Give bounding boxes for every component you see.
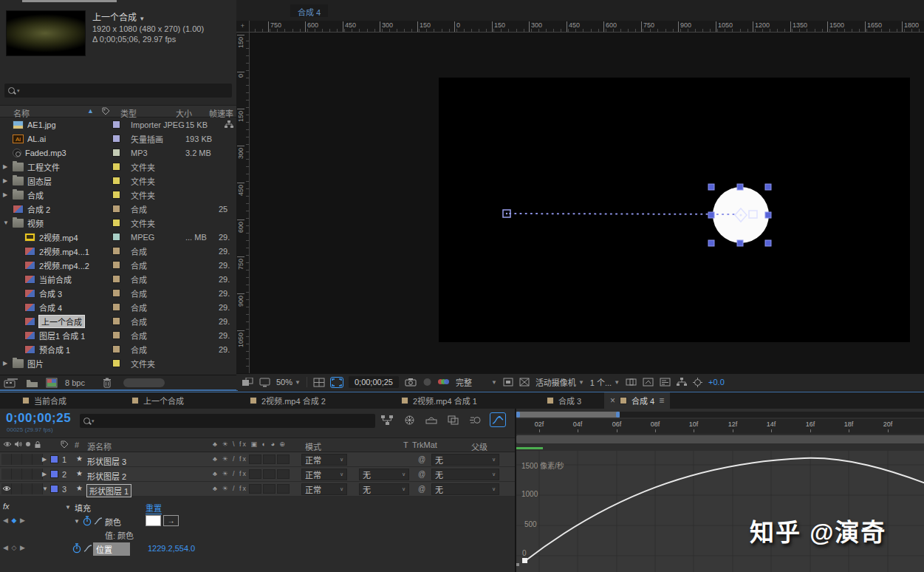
layer-eye-toggle-on[interactable] bbox=[1, 483, 12, 494]
trkmat-dropdown[interactable]: 无∨ bbox=[359, 483, 409, 495]
color-swatch[interactable] bbox=[146, 515, 161, 526]
always-preview-icon[interactable] bbox=[242, 378, 253, 387]
layer-audio-toggle[interactable] bbox=[12, 469, 22, 480]
project-row-2videomp4-comp2[interactable]: 2视频.mp4...2 合成 29. bbox=[0, 258, 236, 272]
label-color-swatch[interactable] bbox=[112, 317, 120, 325]
layer-row-3-selected[interactable]: ▼ 3 ★ 形状图层 1 ♣ ☀ / fx 正常∨ 无∨ @ 无∨ bbox=[0, 482, 515, 497]
color-expand-icon[interactable]: ▼ bbox=[74, 518, 80, 525]
flowchart-icon[interactable] bbox=[677, 378, 687, 387]
label-color-swatch[interactable] bbox=[112, 177, 120, 185]
layer-switch-icons[interactable]: ♣ ☀ / fx bbox=[213, 470, 247, 477]
layer-lock-toggle[interactable] bbox=[32, 454, 43, 465]
property-graph-icon[interactable] bbox=[83, 544, 92, 552]
layer-label-swatch[interactable] bbox=[50, 485, 58, 493]
position-property-row[interactable]: ◀ ◇ ▶ 位置 1229.2,554.0 bbox=[0, 542, 515, 556]
fast-previews-icon[interactable] bbox=[643, 378, 654, 387]
expand-arrow-icon[interactable]: ▶ bbox=[3, 360, 13, 367]
timeline-tab-comp4-active[interactable]: × 合成 4 ≡ bbox=[604, 392, 670, 409]
exposure-gear-icon[interactable] bbox=[693, 378, 702, 387]
grid-guides-icon[interactable] bbox=[313, 378, 325, 387]
viewer-timecode[interactable]: 0;00;00;25 bbox=[349, 376, 399, 388]
layer-name[interactable]: 形状图层 3 bbox=[87, 455, 126, 467]
label-color-swatch[interactable] bbox=[112, 359, 120, 367]
project-row-current-comp[interactable]: 当前合成 合成 29. bbox=[0, 272, 236, 286]
label-color-swatch[interactable] bbox=[112, 289, 120, 297]
blend-mode-dropdown[interactable]: 正常∨ bbox=[301, 483, 347, 495]
project-scrollbar[interactable] bbox=[123, 378, 165, 387]
fill-expand-icon[interactable]: ▼ bbox=[65, 504, 71, 511]
next-keyframe-icon[interactable]: ▶ bbox=[20, 517, 26, 524]
trash-icon[interactable] bbox=[103, 378, 112, 388]
composition-mini-flowchart-icon[interactable] bbox=[380, 413, 394, 426]
draft-3d-icon[interactable] bbox=[402, 413, 417, 426]
layer-audio-toggle[interactable] bbox=[12, 483, 22, 494]
magnification-dropdown[interactable]: 50%▼ bbox=[276, 378, 301, 387]
prev-keyframe-icon[interactable]: ◀ bbox=[3, 517, 9, 524]
graph-editor-icon[interactable] bbox=[490, 413, 505, 426]
label-color-swatch[interactable] bbox=[112, 149, 120, 157]
parent-dropdown[interactable]: 无∨ bbox=[431, 454, 499, 466]
layer-name[interactable]: 形状图层 2 bbox=[87, 470, 126, 482]
region-of-interest-icon[interactable] bbox=[331, 378, 343, 387]
project-row-fadedmp3[interactable]: Faded.mp3 MP3 3.2 MB bbox=[0, 146, 236, 160]
snapshot-camera-icon[interactable] bbox=[405, 378, 417, 387]
layer-label-swatch[interactable] bbox=[50, 470, 58, 478]
viewer-pasteboard[interactable] bbox=[250, 33, 924, 373]
project-search-box[interactable]: ▾ bbox=[4, 84, 232, 98]
parent-pickwhip-icon[interactable]: @ bbox=[418, 470, 425, 478]
column-trkmat[interactable]: TrkMat bbox=[412, 440, 437, 449]
active-camera-dropdown[interactable]: 活动摄像机▼ bbox=[535, 376, 584, 388]
layer-label-swatch[interactable] bbox=[50, 455, 58, 463]
label-color-swatch[interactable] bbox=[112, 219, 120, 227]
caret-down-icon[interactable]: ▼ bbox=[139, 16, 145, 22]
color-property-label[interactable]: 颜色 bbox=[105, 516, 121, 528]
timeline-button-icon[interactable] bbox=[660, 378, 671, 387]
project-row-previous-comp-selected[interactable]: 上一个合成 合成 29. bbox=[0, 314, 236, 328]
new-folder-icon[interactable] bbox=[26, 378, 38, 388]
label-column-tag-icon[interactable] bbox=[61, 440, 69, 449]
layer-switch-icons[interactable]: ♣ ☀ / fx bbox=[213, 485, 247, 492]
viewer-tab-comp4[interactable]: 合成 4 bbox=[290, 4, 328, 17]
column-number[interactable]: # bbox=[75, 440, 79, 449]
project-row-folder-solids[interactable]: ▶ 固态层 文件夹 bbox=[0, 174, 236, 188]
fill-property-label[interactable]: 填充 bbox=[75, 502, 91, 514]
color-property-row[interactable]: ◀ ◆ ▶ ▼ 颜色 → bbox=[0, 514, 515, 528]
fill-reset-link[interactable]: 重置 bbox=[146, 502, 162, 514]
project-row-comp4[interactable]: 合成 4 合成 29. bbox=[0, 300, 236, 314]
expand-arrow-icon[interactable]: ▶ bbox=[3, 177, 13, 184]
layer-eye-toggle[interactable] bbox=[1, 469, 12, 480]
color-pickwhip-arrow[interactable]: → bbox=[163, 515, 179, 526]
trkmat-dropdown[interactable]: 无∨ bbox=[359, 469, 409, 480]
property-graph-icon[interactable] bbox=[94, 517, 103, 525]
column-source-name[interactable]: 源名称 bbox=[87, 440, 112, 452]
navigator-start-handle[interactable] bbox=[516, 412, 520, 418]
project-row-folder-project-files[interactable]: ▶ 工程文件 文件夹 bbox=[0, 160, 236, 174]
label-color-swatch[interactable] bbox=[112, 345, 120, 353]
label-color-swatch[interactable] bbox=[112, 261, 120, 269]
ruler-origin-box[interactable]: + bbox=[236, 21, 250, 33]
motion-blur-icon[interactable] bbox=[468, 413, 483, 426]
project-row-comp2[interactable]: 合成 2 合成 25 bbox=[0, 202, 236, 216]
layer-solo-toggle[interactable] bbox=[22, 483, 32, 494]
composition-canvas[interactable] bbox=[250, 33, 924, 373]
project-row-folder-comps[interactable]: ▶ 合成 文件夹 bbox=[0, 188, 236, 202]
expand-arrow-icon[interactable]: ▶ bbox=[3, 163, 13, 170]
fill-effect-row[interactable]: fx ▼ 填充 重置 bbox=[0, 500, 515, 514]
label-color-swatch[interactable] bbox=[112, 303, 120, 311]
new-composition-icon[interactable] bbox=[46, 378, 58, 388]
expand-arrow-icon[interactable]: ▶ bbox=[3, 191, 13, 198]
shy-layers-icon[interactable] bbox=[424, 413, 439, 426]
layer-lock-toggle[interactable] bbox=[32, 483, 43, 494]
timeline-tab-4[interactable]: 合成 3 bbox=[541, 392, 587, 409]
blend-mode-dropdown[interactable]: 正常∨ bbox=[301, 469, 347, 480]
label-color-swatch[interactable] bbox=[112, 247, 120, 255]
keyframe-off-icon[interactable]: ◇ bbox=[11, 544, 17, 551]
target-region-icon[interactable] bbox=[503, 378, 513, 387]
project-row-folder-images[interactable]: ▶ 图片 文件夹 bbox=[0, 356, 236, 370]
collapse-arrow-icon[interactable]: ▼ bbox=[3, 219, 13, 226]
exposure-value[interactable]: +0.0 bbox=[708, 378, 725, 387]
timeline-tab-2[interactable]: 2视频.mp4 合成 2 bbox=[244, 392, 332, 409]
keyframe-on-icon[interactable]: ◆ bbox=[11, 517, 17, 524]
layer-row-2[interactable]: ▶ 2 ★ 形状图层 2 ♣ ☀ / fx 正常∨ 无∨ @ 无∨ bbox=[0, 467, 515, 482]
position-value[interactable]: 1229.2,554.0 bbox=[148, 544, 195, 553]
